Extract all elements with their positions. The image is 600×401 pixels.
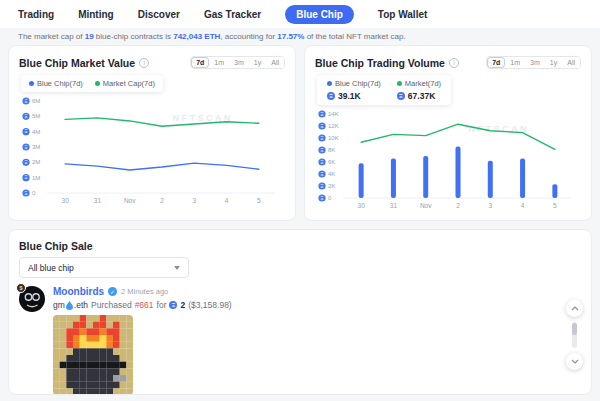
range-1y-button[interactable]: 1y [249,57,266,68]
range-7d-button[interactable]: 7d [487,57,505,68]
green-dot-icon [397,81,402,86]
svg-text:12K: 12K [328,123,339,129]
tab-top-wallet[interactable]: Top Wallet [378,9,427,20]
svg-text:5: 5 [553,202,557,209]
eth-icon: Ξ [169,301,177,309]
svg-text:Ξ: Ξ [321,148,324,153]
sale-price-usd: ($3,158.98) [188,300,231,310]
blue-chip-sale-card: Blue Chip Sale All blue chip $ Moonbirds… [8,229,592,395]
svg-text:31: 31 [390,202,398,209]
moonbirds-avatar[interactable]: $ [19,286,45,312]
svg-text:6M: 6M [32,98,40,104]
range-7d-button[interactable]: 7d [191,57,209,68]
sale-card-title: Blue Chip Sale [19,240,93,252]
svg-text:Ξ: Ξ [25,114,28,119]
svg-text:Ξ: Ξ [321,172,324,177]
range-1m-button[interactable]: 1m [209,57,229,68]
trading-volume-title: Blue Chip Trading Volume [315,57,445,69]
nft-image[interactable] [53,315,133,395]
filter-selected-value: All blue chip [28,263,74,273]
eth-icon: Ξ [397,92,405,100]
svg-text:Nov: Nov [420,202,432,209]
range-all-button[interactable]: All [266,57,284,68]
svg-text:31: 31 [94,197,102,204]
range-all-button[interactable]: All [562,57,580,68]
svg-text:2M: 2M [32,159,40,165]
market-cap-percent: 17.57% [277,32,304,41]
svg-text:Ξ: Ξ [321,136,324,141]
svg-text:10K: 10K [328,135,339,141]
time-range-selector: 7d 1m 3m 1y All [486,56,581,69]
market-value-card: Blue Chip Market Value i 7d 1m 3m 1y All… [8,45,296,221]
collection-link[interactable]: Moonbirds [53,286,104,297]
range-3m-button[interactable]: 3m [525,57,545,68]
svg-text:0: 0 [328,195,332,201]
scroll-down-button[interactable] [566,353,583,370]
svg-text:30: 30 [358,202,366,209]
time-range-selector: 7d 1m 3m 1y All [190,56,285,69]
sale-timestamp: 2 Minutes ago [121,287,168,296]
svg-text:2K: 2K [328,183,335,189]
range-3m-button[interactable]: 3m [229,57,249,68]
svg-text:Ξ: Ξ [25,191,28,196]
tab-trading[interactable]: Trading [18,9,54,20]
svg-text:Ξ: Ξ [321,112,324,117]
svg-text:Ξ: Ξ [25,160,28,165]
svg-text:4: 4 [225,197,229,204]
blue-dot-icon [29,81,34,86]
legend-blue-chip[interactable]: Blue Chip(7d) Ξ39.1K [327,79,381,101]
svg-text:5: 5 [257,197,261,204]
feed-scrollbar[interactable] [572,322,577,348]
tab-minting[interactable]: Minting [78,9,114,20]
svg-text:Ξ: Ξ [321,160,324,165]
range-1y-button[interactable]: 1y [545,57,562,68]
market-value-legend: Blue Chip(7d) Market Cap(7d) [21,75,163,92]
market-volume-value: 67.37K [408,91,435,101]
svg-text:4K: 4K [328,171,335,177]
verified-icon: ✓ [108,287,117,296]
scroll-up-button[interactable] [566,300,583,317]
chevron-down-icon [174,266,180,270]
collection-filter-dropdown[interactable]: All blue chip [19,257,189,278]
svg-text:Nov: Nov [124,197,136,204]
market-cap-value: 742,043 ETH [173,32,220,41]
svg-text:Ξ: Ξ [321,196,324,201]
svg-text:Ξ: Ξ [25,129,28,134]
blue-dot-icon [327,81,332,86]
summary-text: The market cap of [18,32,85,41]
green-dot-icon [95,81,100,86]
sale-price-eth: 2 [180,300,185,310]
token-id-link[interactable]: #661 [135,300,154,310]
for-label: for [157,300,167,310]
svg-text:0: 0 [32,190,36,196]
svg-text:2: 2 [456,202,460,209]
tab-gas-tracker[interactable]: Gas Tracker [204,9,261,20]
legend-market[interactable]: Market(7d) Ξ67.37K [397,79,441,101]
svg-text:2: 2 [160,197,164,204]
buyer-name[interactable]: gm.eth [53,300,88,310]
scrollbar-thumb[interactable] [572,323,577,335]
info-icon[interactable]: i [139,58,149,68]
svg-text:Ξ: Ξ [25,175,28,180]
tab-blue-chip[interactable]: Blue Chip [285,5,354,24]
action-label: Purchased [91,300,132,310]
svg-text:Ξ: Ξ [25,99,28,104]
sale-feed-item: $ Moonbirds ✓ 2 Minutes ago gm.eth Purch… [19,286,581,395]
top-nav: Trading Minting Discover Gas Tracker Blu… [0,0,600,28]
svg-text:8K: 8K [328,147,335,153]
range-1m-button[interactable]: 1m [505,57,525,68]
trading-volume-legend: Blue Chip(7d) Ξ39.1K Market(7d) Ξ67.37K [317,75,451,105]
svg-text:3: 3 [488,202,492,209]
feed-scroll-controls [566,300,583,370]
market-cap-summary: The market cap of 19 blue-chip contracts… [0,28,600,43]
info-icon[interactable]: i [449,58,459,68]
svg-text:4M: 4M [32,129,40,135]
market-value-chart: NFTSCANΞ6MΞ5MΞ4MΞ3MΞ2MΞ1MΞ03031Nov2345 [19,94,285,206]
blue-chip-count: 19 [85,32,94,41]
legend-blue-chip[interactable]: Blue Chip(7d) [29,79,83,88]
trading-volume-chart: NFTSCANΞ14KΞ12KΞ10KΞ8KΞ6KΞ4KΞ2KΞ03031Nov… [315,107,581,211]
tab-discover[interactable]: Discover [138,9,180,20]
svg-text:5M: 5M [32,113,40,119]
legend-market-cap[interactable]: Market Cap(7d) [95,79,155,88]
svg-text:1M: 1M [32,175,40,181]
